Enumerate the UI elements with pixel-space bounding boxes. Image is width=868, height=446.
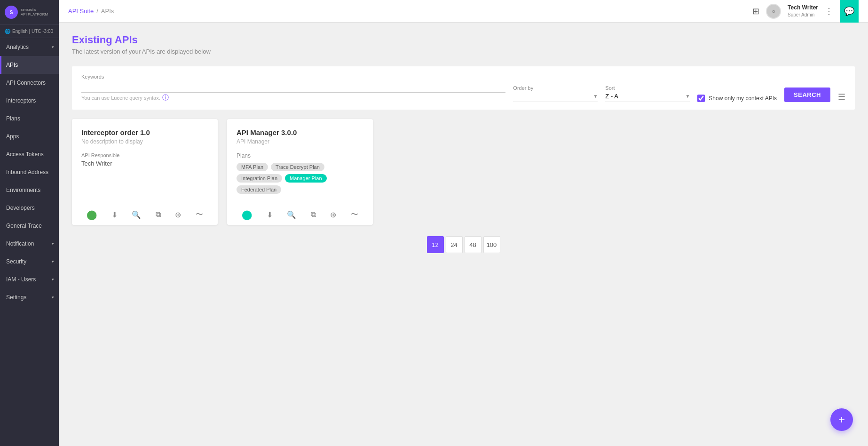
context-checkbox[interactable] [697,95,705,102]
sidebar-item-label: Interceptors [6,97,36,104]
locale-text: English | UTC -3:00 [12,29,53,34]
plans-label: Plans [237,152,363,159]
sidebar-item-iam-users[interactable]: IAM - Users▾ [0,271,59,288]
plan-tag: Federated Plan [237,185,281,194]
sidebar-item-label: Inbound Address [6,169,48,175]
sort-select[interactable]: Z - A A - Z [605,93,685,100]
logo-brand: sensedia [21,8,48,12]
sidebar-item-label: Analytics [6,44,29,50]
page-btn-48[interactable]: 48 [465,236,481,253]
sidebar-item-apps[interactable]: Apps [0,127,59,145]
search-hint: You can use Lucene query syntax. ⓘ [81,94,505,102]
user-name: Tech Writer [788,4,818,12]
sidebar-item-label: Developers [6,205,35,211]
order-select[interactable]: Name Version Date [513,93,593,100]
more-icon[interactable]: ⋮ [825,6,833,16]
sidebar-item-settings[interactable]: Settings▾ [0,288,59,306]
context-check: Show only my context APIs [697,95,777,102]
chat-button[interactable]: 💬 [840,0,859,23]
content-area: Existing APIs The latest version of your… [59,23,868,446]
keywords-label: Keywords [81,74,505,80]
breadcrumb-root[interactable]: API Suite [68,8,94,15]
copy-icon[interactable]: ⧉ [311,210,316,219]
sidebar-item-label: General Trace [6,223,42,229]
info-icon: ⓘ [162,94,169,102]
sidebar-item-security[interactable]: Security▾ [0,253,59,271]
fab-button[interactable]: + [830,408,853,431]
analytics-icon[interactable]: 〜 [196,210,203,220]
sidebar-item-access-tokens[interactable]: Access Tokens [0,145,59,163]
page-btn-24[interactable]: 24 [446,236,463,253]
avatar: ○ [766,4,781,19]
sidebar-item-label: Notification [6,240,34,247]
breadcrumb: API Suite / APIs [68,8,114,15]
logo-text: sensedia API PLATFORM [21,8,48,16]
api-card-footer: ⬤ ⬇ 🔍 ⧉ ⊕ 〜 [227,204,373,225]
search-icon[interactable]: 🔍 [132,210,141,219]
sidebar-item-label: IAM - Users [6,276,36,283]
keywords-input[interactable] [81,81,505,93]
chevron-icon: ▾ [52,295,54,300]
topbar: API Suite / APIs ⊞ ○ Tech Writer Super A… [59,0,868,23]
logo-subtitle: API PLATFORM [21,12,48,17]
breadcrumb-separator: / [96,8,98,15]
search-button[interactable]: SEARCH [784,88,830,102]
responsible-label: API Responsible [81,152,208,158]
sidebar-item-environments[interactable]: Environments [0,181,59,199]
api-card: API Manager 3.0.0 API Manager PlansMFA P… [227,119,373,225]
plan-tag: MFA Plan [237,163,268,171]
page-btn-100[interactable]: 100 [483,236,500,253]
sidebar-item-general-trace[interactable]: General Trace [0,217,59,235]
sidebar-item-label: Security [6,258,26,265]
locale-display: 🌐 English | UTC -3:00 [0,25,59,38]
breadcrumb-current: APIs [101,8,114,15]
sidebar-item-label: Apps [6,133,19,140]
api-card-body: API Manager 3.0.0 API Manager PlansMFA P… [227,119,373,204]
api-card: Interceptor order 1.0 No description to … [72,119,218,225]
analytics-icon[interactable]: 〜 [351,210,358,220]
sidebar-item-plans[interactable]: Plans [0,110,59,127]
status-icon[interactable]: ⬤ [242,209,252,220]
user-info: Tech Writer Super Admin [788,4,818,18]
api-card-footer: ⬤ ⬇ 🔍 ⧉ ⊕ 〜 [72,204,218,225]
api-card-title: API Manager 3.0.0 [237,128,363,136]
main-content: API Suite / APIs ⊞ ○ Tech Writer Super A… [59,0,868,446]
order-chevron-icon: ▼ [593,94,598,99]
sidebar-item-developers[interactable]: Developers [0,199,59,217]
sidebar-item-inbound-address[interactable]: Inbound Address [0,163,59,181]
plan-tag: Trace Decrypt Plan [271,163,324,171]
globe-icon: 🌐 [5,29,10,34]
sidebar-item-api-connectors[interactable]: API Connectors [0,74,59,92]
export-icon[interactable]: ⊕ [175,210,181,219]
status-icon[interactable]: ⬤ [87,209,97,220]
order-label: Order by [513,85,598,91]
sidebar-item-notification[interactable]: Notification▾ [0,235,59,253]
api-card-body: Interceptor order 1.0 No description to … [72,119,218,204]
search-icon[interactable]: 🔍 [287,210,296,219]
sidebar: S sensedia API PLATFORM 🌐 English | UTC … [0,0,59,446]
sidebar-item-label: APIs [6,62,18,68]
grid-icon[interactable]: ⊞ [752,6,759,16]
keywords-field: Keywords You can use Lucene query syntax… [81,74,505,102]
context-label[interactable]: Show only my context APIs [709,95,777,102]
api-card-desc: API Manager [237,138,363,145]
view-toggle[interactable]: ☰ [838,92,845,102]
api-card-desc: No description to display [81,138,208,145]
sidebar-item-label: Environments [6,187,40,193]
copy-icon[interactable]: ⧉ [156,210,161,219]
api-card-title: Interceptor order 1.0 [81,128,208,136]
user-role: Super Admin [788,12,818,18]
plan-tags: MFA PlanTrace Decrypt PlanIntegration Pl… [237,163,363,194]
download-icon[interactable]: ⬇ [111,210,118,219]
sidebar-item-interceptors[interactable]: Interceptors [0,92,59,110]
sidebar-item-apis[interactable]: APIs [0,56,59,74]
plan-tag: Integration Plan [237,174,282,183]
export-icon[interactable]: ⊕ [330,210,336,219]
sort-field: Sort Z - A A - Z ▼ [605,85,690,102]
sidebar-item-analytics[interactable]: Analytics▾ [0,38,59,56]
cards-grid: Interceptor order 1.0 No description to … [72,119,855,225]
download-icon[interactable]: ⬇ [267,210,273,219]
page-btn-12[interactable]: 12 [427,236,444,253]
sort-label: Sort [605,85,690,91]
logo-icon: S [5,6,18,19]
